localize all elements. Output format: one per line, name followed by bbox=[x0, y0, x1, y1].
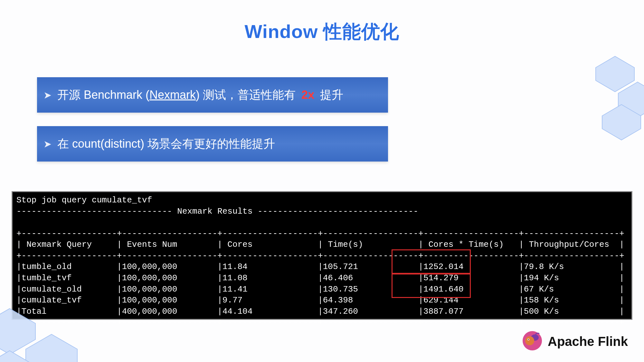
bullet-icon: ➤ bbox=[43, 89, 52, 101]
term-line: +-------------------+-------------------… bbox=[16, 229, 624, 238]
callout-text: 开源 Benchmark ( bbox=[57, 88, 149, 101]
term-header: | Nexmark Query | Events Num | Cores | T… bbox=[16, 240, 624, 249]
table-row: |cumulate_old |100,000,000 |11.41 |130.7… bbox=[16, 284, 624, 294]
table-row: |tumble_tvf |100,000,000 |11.08 |46.406 … bbox=[16, 273, 624, 283]
table-row: |tumble_old |100,000,000 |11.84 |105.721… bbox=[16, 262, 624, 272]
term-line: Stop job query cumulate_tvf bbox=[16, 195, 152, 205]
svg-point-4 bbox=[528, 339, 529, 340]
footer-brand-text: Apache Flink bbox=[548, 334, 628, 349]
table-row: |cumulate_tvf |100,000,000 |9.77 |64.398… bbox=[16, 295, 624, 305]
footer-brand: Apache Flink bbox=[522, 330, 628, 352]
term-line: ------------------------------- Nexmark … bbox=[16, 207, 418, 216]
bullet-icon: ➤ bbox=[43, 138, 52, 150]
callout-benchmark: ➤ 开源 Benchmark (Nexmark) 测试，普适性能有 2x 提升 bbox=[37, 77, 388, 113]
speedup-highlight: 2x bbox=[301, 88, 314, 101]
page-title: Window 性能优化 bbox=[0, 19, 644, 44]
callout-text: ) 测试，普适性能有 bbox=[196, 88, 299, 101]
svg-point-2 bbox=[525, 336, 534, 345]
term-line: +-------------------+-------------------… bbox=[16, 251, 624, 261]
decoration-bottom-left bbox=[0, 285, 93, 362]
callout-text: 在 count(distinct) 场景会有更好的性能提升 bbox=[57, 136, 275, 152]
term-line: +-------------------+-------------------… bbox=[16, 318, 624, 327]
nexmark-link[interactable]: Nexmark bbox=[149, 88, 196, 101]
callout-text: 提升 bbox=[317, 88, 343, 101]
table-row: |Total |400,000,000 |44.104 |347.260 |38… bbox=[16, 307, 624, 316]
terminal-output: Stop job query cumulate_tvf ------------… bbox=[12, 191, 632, 320]
flink-logo-icon bbox=[522, 330, 543, 352]
callout-count-distinct: ➤ 在 count(distinct) 场景会有更好的性能提升 bbox=[37, 126, 388, 162]
decoration-top-right bbox=[583, 42, 644, 145]
